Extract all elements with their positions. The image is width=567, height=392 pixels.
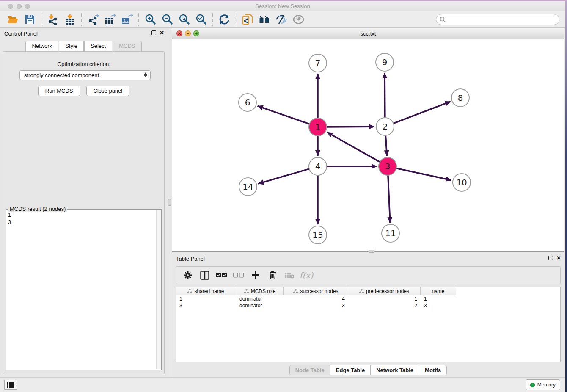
- run-mcds-button[interactable]: Run MCDS: [38, 86, 80, 96]
- zoom-selected-icon[interactable]: [193, 13, 209, 26]
- result-scrollbar[interactable]: [156, 210, 161, 369]
- memory-status-icon: [530, 383, 535, 387]
- tab-node-table[interactable]: Node Table: [289, 365, 330, 375]
- node-label-2: 2: [383, 121, 388, 132]
- tab-motifs[interactable]: Motifs: [419, 365, 447, 375]
- show-graphics-details-icon[interactable]: [290, 13, 307, 26]
- tab-network-table[interactable]: Network Table: [371, 365, 419, 375]
- delete-columns-icon[interactable]: [265, 268, 280, 282]
- deselect-all-columns-icon[interactable]: [231, 268, 246, 282]
- network-graph[interactable]: 7968124314101511: [172, 39, 564, 251]
- edge-2-9[interactable]: [385, 73, 385, 118]
- tab-mcds[interactable]: MCDS: [113, 41, 141, 52]
- tab-select[interactable]: Select: [84, 41, 112, 52]
- node-label-6: 6: [245, 97, 250, 108]
- network-canvas[interactable]: 7968124314101511: [172, 39, 564, 251]
- cell-successor-nodes[interactable]: 4: [284, 295, 348, 302]
- cell-name[interactable]: 3: [421, 302, 456, 309]
- delete-table-icon[interactable]: [282, 268, 297, 282]
- node-label-14: 14: [242, 182, 253, 192]
- optimization-criterion-dropdown[interactable]: strongly connected component: [19, 70, 151, 80]
- mcds-result-box: MCDS result (2 nodes) 1 3: [6, 209, 162, 370]
- show-column-panel-icon[interactable]: [197, 268, 212, 282]
- table-tabs: Node TableEdge TableNetwork TableMotifs: [172, 365, 564, 375]
- table-settings-icon[interactable]: [180, 268, 195, 282]
- hide-graphics-details-icon[interactable]: [273, 13, 290, 26]
- node-label-11: 11: [385, 228, 396, 238]
- search-input[interactable]: [446, 17, 559, 22]
- cell-mcds-role[interactable]: dominator: [236, 302, 284, 309]
- memory-button[interactable]: Memory: [526, 379, 560, 390]
- tab-edge-table[interactable]: Edge Table: [330, 365, 371, 375]
- main-titlebar: Session: New Session: [0, 1, 565, 11]
- edge-1-2[interactable]: [327, 127, 374, 127]
- splitter-handle[interactable]: [168, 199, 171, 206]
- edge-3-11[interactable]: [388, 175, 390, 223]
- column-header-shared-name[interactable]: shared name: [176, 287, 236, 295]
- function-builder-icon[interactable]: f(x): [299, 268, 314, 282]
- column-tree-icon: [359, 289, 364, 293]
- table-panel-title: Table Panel: [176, 256, 205, 262]
- edge-1-6[interactable]: [258, 106, 310, 124]
- zoom-out-icon[interactable]: [159, 13, 176, 26]
- cell-predecessor-nodes[interactable]: 2: [348, 302, 421, 309]
- export-image-icon[interactable]: [118, 13, 135, 26]
- task-history-button[interactable]: [4, 380, 17, 390]
- main-toolbar: [0, 11, 565, 28]
- node-label-10: 10: [456, 177, 467, 188]
- import-network-icon[interactable]: [44, 13, 61, 26]
- edge-4-14[interactable]: [258, 169, 309, 184]
- dropdown-selected-value: strongly connected component: [24, 72, 99, 78]
- desktop-background: [565, 1, 567, 392]
- import-table-icon[interactable]: [61, 13, 78, 26]
- apply-layout-icon[interactable]: [216, 13, 233, 26]
- table-row[interactable]: 1dominator411: [176, 295, 560, 302]
- zoom-fit-icon[interactable]: [176, 13, 193, 26]
- create-column-icon[interactable]: [248, 268, 263, 282]
- memory-label: Memory: [537, 382, 556, 388]
- search-icon: [440, 17, 446, 23]
- cell-name[interactable]: 1: [421, 295, 456, 302]
- cell-shared-name[interactable]: 3: [176, 302, 236, 309]
- mcds-result-text[interactable]: 1 3: [8, 211, 155, 368]
- toolbar-separator: [41, 13, 41, 26]
- close-panel-icon[interactable]: ✕: [160, 30, 164, 35]
- home-icon[interactable]: [256, 13, 273, 26]
- search-box: [436, 14, 559, 25]
- column-header-predecessor-nodes[interactable]: predecessor nodes: [348, 287, 421, 295]
- open-session-icon[interactable]: [4, 13, 21, 26]
- select-all-columns-icon[interactable]: [214, 268, 229, 282]
- float-table-panel-icon[interactable]: [548, 256, 553, 260]
- horizontal-splitter-handle[interactable]: [369, 250, 374, 253]
- table-row[interactable]: 3dominator323: [176, 302, 560, 309]
- edge-2-3[interactable]: [385, 135, 387, 156]
- export-network-icon[interactable]: [85, 13, 102, 26]
- duplicate-network-icon[interactable]: [239, 13, 256, 26]
- close-table-panel-icon[interactable]: ✕: [556, 256, 561, 260]
- network-title: scc.txt: [172, 30, 564, 37]
- cell-predecessor-nodes[interactable]: 1: [348, 295, 421, 302]
- column-header-mcds-role[interactable]: MCDS role: [236, 287, 284, 295]
- edge-2-8[interactable]: [394, 102, 451, 124]
- export-table-icon[interactable]: [102, 13, 118, 26]
- network-window-titlebar[interactable]: ✕ − + scc.txt: [172, 28, 564, 39]
- tab-style[interactable]: Style: [59, 41, 84, 52]
- column-header-name[interactable]: name: [421, 287, 456, 295]
- zoom-in-icon[interactable]: [142, 13, 159, 26]
- cell-shared-name[interactable]: 1: [176, 295, 236, 302]
- control-panel-title: Control Panel: [4, 30, 38, 37]
- edge-3-10[interactable]: [396, 168, 451, 180]
- edge-3-1[interactable]: [327, 132, 380, 162]
- close-panel-button[interactable]: Close panel: [86, 86, 130, 96]
- cell-mcds-role[interactable]: dominator: [236, 295, 284, 302]
- control-panel-header: Control Panel ✕: [0, 28, 168, 39]
- toolbar-separator: [236, 13, 236, 26]
- dropdown-stepper-icon: [144, 72, 147, 77]
- tab-network[interactable]: Network: [25, 41, 58, 52]
- cell-successor-nodes[interactable]: 3: [284, 302, 348, 309]
- column-header-successor-nodes[interactable]: successor nodes: [284, 287, 348, 295]
- float-panel-icon[interactable]: [151, 30, 156, 35]
- vertical-splitter[interactable]: [168, 28, 172, 377]
- save-session-icon[interactable]: [21, 13, 38, 26]
- session-title: Session: New Session: [0, 3, 565, 9]
